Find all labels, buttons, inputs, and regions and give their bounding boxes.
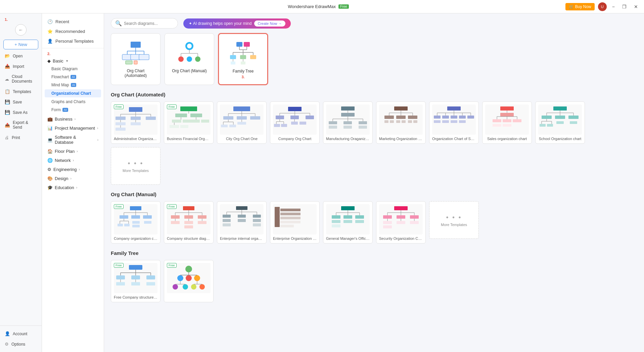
card-name-city-org: City Org Chart One (220, 137, 264, 141)
more-templates-manual[interactable]: • • • More Templates (429, 201, 479, 239)
template-card-security-org[interactable]: Security Organization Chart (376, 201, 426, 244)
cloud-icon: ☁ (5, 77, 9, 82)
project-label: Project Management (55, 126, 95, 131)
nav-section-design[interactable]: 🎨 Design › (42, 173, 104, 182)
template-card-enterprise-org[interactable]: Enterprise Organization Ch... (270, 201, 320, 244)
template-card-school-org[interactable]: School Organization chart (535, 101, 585, 144)
create-now-button[interactable]: Create Now → (254, 20, 285, 27)
svg-rect-216 (223, 215, 231, 218)
education-label: Education (55, 185, 74, 190)
avatar[interactable]: U (598, 2, 607, 11)
sidebar-item-print[interactable]: 🖨 Print (0, 132, 42, 143)
nav-sub-mindmap[interactable]: Mind Map AI (42, 81, 104, 89)
card-name-admin-org: Administrative Organizatio... (114, 137, 157, 141)
type-card-manual[interactable]: Org Chart (Manual) (165, 33, 214, 85)
template-card-biz-fin[interactable]: Free (164, 101, 214, 144)
sidebar-item-templates[interactable]: 📋 Templates (0, 86, 42, 97)
svg-rect-269 (116, 282, 125, 285)
card-name-company-org2: Company organization chart (114, 236, 157, 240)
svg-rect-64 (170, 125, 179, 128)
new-button[interactable]: + New (3, 40, 38, 49)
svg-rect-158 (503, 124, 511, 127)
template-card-admin-org[interactable]: Free (111, 101, 160, 144)
svg-rect-259 (129, 265, 142, 270)
account-label: Account (13, 332, 27, 336)
software-icon: 💻 (47, 137, 53, 142)
template-card-marketing[interactable]: Marketing Organization C... (376, 101, 426, 144)
nav-item-recent[interactable]: 🕐 Recent (42, 17, 104, 27)
sidebar-item-account[interactable]: 👤 Account (0, 328, 42, 339)
type-card-automated[interactable]: Org Chart (Automated) (111, 33, 160, 85)
templates-icon: 📋 (5, 89, 10, 94)
nav-section-floor[interactable]: 🏠 Floor Plan › (42, 146, 104, 155)
search-input[interactable] (124, 21, 174, 26)
nav-section-basic[interactable]: ◆ Basic ▼ (42, 56, 104, 65)
export-icon: 📤 (5, 123, 10, 128)
svg-rect-128 (408, 120, 412, 123)
nav-section-network[interactable]: 🌐 Network › (42, 155, 104, 164)
template-card-ft2[interactable]: Free (164, 260, 214, 302)
back-button[interactable]: ← (15, 24, 27, 36)
nav-sub-basic-diagram[interactable]: Basic Diagram (42, 65, 104, 73)
template-card-company-struct[interactable]: Free (164, 201, 214, 244)
sidebar-item-cloud[interactable]: ☁ Cloud Documents (0, 72, 42, 86)
card-name-company-org: Company Org Chart (273, 137, 317, 141)
nav-section-project[interactable]: 📊 Project Management › (42, 123, 104, 132)
minimize-button[interactable]: − (610, 3, 617, 10)
basic-toggle: ▼ (65, 59, 69, 63)
basic-icon: ◆ (47, 58, 51, 63)
nav-sub-form[interactable]: Form AI (42, 106, 104, 114)
sidebar-item-options[interactable]: ⚙ Options (0, 339, 42, 349)
template-grid-automated: Free (111, 101, 637, 185)
nav-section-education[interactable]: 🎓 Education › (42, 182, 104, 191)
nav-section-engineering[interactable]: ⚙ Engineering › (42, 164, 104, 173)
svg-rect-65 (180, 125, 188, 128)
nav-section-business[interactable]: 💼 Business › (42, 114, 104, 123)
business-icon: 💼 (47, 117, 53, 122)
nav-item-recommended[interactable]: ⭐ Recommended (42, 27, 104, 36)
template-card-ft1[interactable]: Free (111, 260, 160, 302)
buy-now-button[interactable]: 🛒 Buy Now (565, 3, 595, 10)
sidebar-item-open[interactable]: 📂 Open (0, 51, 42, 61)
thumb-sale-org (432, 104, 476, 135)
nav-section-software[interactable]: 💻 Software & Database › (42, 132, 104, 146)
step2-label: 2. (42, 50, 104, 56)
nav-item-personal[interactable]: 👤 Personal Templates (42, 36, 104, 46)
sidebar-item-save[interactable]: 💾 Save (0, 97, 42, 107)
template-card-enterprise-int[interactable]: Enterprise internal organiz... (217, 201, 267, 244)
template-card-sale-org[interactable]: Organization Chart of Sale... (429, 101, 479, 144)
svg-rect-74 (250, 116, 260, 120)
svg-rect-10 (126, 61, 132, 64)
template-card-manufacturing[interactable]: Manufacturing Oraganizati... (323, 101, 373, 144)
nav-sub-flowchart[interactable]: Flowchart AI (42, 73, 104, 81)
close-button[interactable]: ✕ (632, 3, 640, 10)
svg-rect-115 (394, 106, 408, 111)
svg-rect-38 (129, 107, 142, 112)
svg-rect-229 (280, 225, 294, 227)
svg-rect-149 (500, 113, 514, 117)
svg-rect-111 (359, 121, 367, 124)
restore-button[interactable]: ❐ (620, 3, 629, 10)
template-card-company-org[interactable]: Company Org Chart (270, 101, 320, 144)
template-card-company-org2[interactable]: Free (111, 201, 160, 244)
sidebar-back: ← (0, 21, 42, 38)
open-label: Open (13, 54, 22, 58)
sidebar-item-saveas[interactable]: 💾 Save As (0, 107, 42, 118)
nav-sub-org-chart[interactable]: Organizational Chart (45, 89, 101, 97)
template-card-sales-org[interactable]: Sales organization chart (482, 101, 532, 144)
search-box[interactable]: 🔍 (111, 18, 178, 29)
svg-rect-114 (359, 126, 367, 129)
sidebar-item-import[interactable]: 📥 Import (0, 61, 42, 72)
sidebar-item-export[interactable]: 📤 Export & Send (0, 118, 42, 132)
svg-rect-238 (355, 215, 364, 219)
more-templates-automated[interactable]: • • • More Templates (111, 147, 160, 185)
type-card-family-tree[interactable]: Family Tree 3. (218, 33, 268, 85)
nav-sub-graphs[interactable]: Graphs and Charts (42, 98, 104, 106)
template-card-gm-office[interactable]: General Manager's Office ... (323, 201, 373, 244)
template-card-city-org[interactable]: City Org Chart One (217, 101, 267, 144)
svg-rect-157 (493, 124, 501, 127)
svg-rect-182 (120, 215, 128, 219)
svg-rect-37 (241, 61, 245, 64)
svg-point-276 (194, 275, 200, 281)
svg-rect-256 (397, 221, 405, 224)
